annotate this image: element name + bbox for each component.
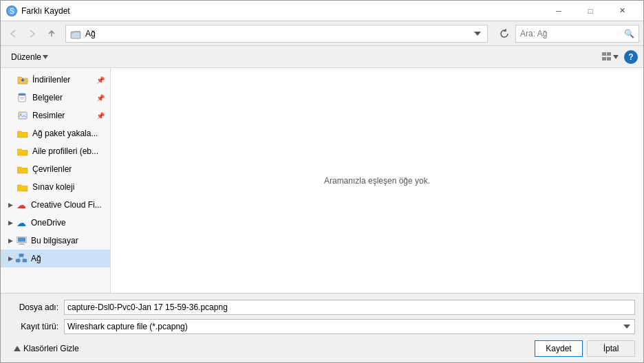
svg-rect-4	[607, 52, 611, 56]
cancel-button[interactable]: İptal	[587, 340, 635, 357]
sidebar-item-label: Belgeler	[32, 93, 95, 102]
svg-rect-16	[19, 244, 25, 245]
sidebar-item-aile-profilleri[interactable]: Aile profilleri (eb...	[1, 142, 110, 160]
onedrive-icon: ☁	[16, 217, 27, 228]
svg-rect-17	[19, 254, 23, 256]
svg-line-20	[18, 256, 21, 259]
sidebar-item-resimler[interactable]: Resimler 📌	[1, 107, 110, 124]
bottom-section: Dosya adı: Kayıt türü: Wireshark capture…	[1, 293, 643, 362]
sidebar-item-label: İndirilenler	[32, 75, 95, 85]
pin-icon: 📌	[96, 76, 105, 84]
sidebar-item-label: Aile profilleri (eb...	[32, 146, 105, 156]
title-bar-icon: S	[6, 6, 17, 16]
sidebar-item-label: Sınav koleji	[32, 182, 105, 192]
pin-icon: 📌	[96, 112, 105, 120]
navigation-toolbar: Ağ 🔍	[1, 21, 643, 46]
save-as-dialog: S Farklı Kaydet ─ □ ✕ Ağ	[0, 0, 644, 363]
action-toolbar: Düzenle ?	[1, 46, 643, 68]
svg-rect-2	[71, 32, 80, 38]
address-bar-path: Ağ	[83, 29, 471, 38]
organize-button[interactable]: Düzenle	[6, 50, 53, 64]
filename-label: Dosya adı:	[9, 302, 64, 312]
sidebar-item-label: Ağ paket yakala...	[32, 129, 105, 138]
empty-message: Aramanızla eşleşen öğe yok.	[324, 176, 430, 186]
expand-icon: ▶	[6, 236, 14, 245]
save-button[interactable]: Kaydet	[535, 340, 583, 357]
sidebar-item-label: OneDrive	[31, 218, 105, 228]
title-bar-controls: ─ □ ✕	[543, 1, 638, 21]
expand-icon: ▶	[6, 201, 14, 209]
network-icon	[16, 253, 27, 264]
sidebar-item-ag-paket[interactable]: Ağ paket yakala...	[1, 124, 110, 142]
folder-icon	[17, 182, 28, 192]
documents-icon	[17, 92, 28, 103]
title-bar-title: Farklı Kaydet	[21, 6, 543, 16]
close-button[interactable]: ✕	[606, 1, 638, 21]
folders-toggle-button[interactable]: Klasörleri Gizle	[9, 342, 84, 355]
folder-icon	[17, 128, 28, 139]
help-label: ?	[628, 52, 633, 62]
sidebar-item-bu-bilgisayar[interactable]: ▶ Bu bilgisayar	[1, 232, 110, 250]
content-area: Aramanızla eşleşen öğe yok.	[111, 68, 643, 293]
dialog-buttons: Kaydet İptal	[535, 340, 635, 357]
search-icon: 🔍	[624, 29, 634, 38]
address-bar[interactable]: Ağ	[65, 25, 488, 43]
sidebar: İndirilenler 📌 Belgeler 📌	[1, 68, 111, 293]
back-button[interactable]	[5, 25, 21, 42]
organize-label: Düzenle	[11, 52, 41, 62]
filetype-label: Kayıt türü:	[9, 322, 64, 331]
up-button[interactable]	[43, 25, 60, 42]
folder-icon	[17, 146, 28, 157]
title-bar: S Farklı Kaydet ─ □ ✕	[1, 1, 643, 21]
sidebar-item-label: Resimler	[32, 111, 95, 120]
svg-rect-6	[607, 57, 611, 60]
refresh-button[interactable]	[496, 25, 513, 42]
sidebar-item-belgeler[interactable]: Belgeler 📌	[1, 89, 110, 107]
pin-icon: 📌	[96, 94, 105, 102]
sidebar-item-label: Bu bilgisayar	[31, 236, 105, 245]
main-area: İndirilenler 📌 Belgeler 📌	[1, 68, 643, 293]
svg-rect-3	[602, 52, 606, 56]
sidebar-item-label: Çevrilenler	[32, 164, 105, 174]
sidebar-item-onedrive[interactable]: ▶ ☁ OneDrive	[1, 214, 110, 232]
filename-row: Dosya adı:	[9, 299, 635, 316]
svg-text:S: S	[10, 8, 14, 15]
creative-cloud-icon: ☁	[16, 199, 27, 210]
expand-icon: ▶	[6, 219, 14, 227]
sidebar-item-sinav-koleji[interactable]: Sınav koleji	[1, 178, 110, 196]
expand-icon: ▶	[6, 254, 14, 263]
address-dropdown-button[interactable]	[471, 25, 484, 42]
svg-rect-14	[18, 237, 25, 241]
filetype-row: Kayıt türü: Wireshark capture file (*.pc…	[9, 318, 635, 335]
forward-button[interactable]	[24, 25, 41, 42]
view-options-button[interactable]	[601, 48, 620, 66]
sidebar-item-cevrilenler[interactable]: Çevrilenler	[1, 160, 110, 178]
maximize-button[interactable]: □	[575, 1, 606, 21]
download-folder-icon	[17, 74, 28, 85]
svg-rect-8	[19, 94, 25, 96]
sidebar-item-ag[interactable]: ▶ Ağ	[1, 250, 110, 267]
computer-icon	[16, 235, 27, 246]
folder-icon	[17, 164, 28, 175]
search-input[interactable]	[520, 29, 624, 38]
svg-line-21	[21, 256, 25, 259]
sidebar-item-label: Ağ	[31, 254, 105, 263]
help-button[interactable]: ?	[624, 50, 638, 64]
search-box[interactable]: 🔍	[515, 25, 639, 43]
address-bar-icon	[69, 27, 83, 41]
action-toolbar-right: ?	[601, 48, 638, 66]
folders-toggle-label: Klasörleri Gizle	[23, 344, 79, 353]
svg-rect-15	[20, 243, 23, 244]
minimize-button[interactable]: ─	[543, 1, 575, 21]
sidebar-item-label: Creative Cloud Fi...	[31, 200, 105, 210]
sidebar-item-creative-cloud[interactable]: ▶ ☁ Creative Cloud Fi...	[1, 196, 110, 214]
button-row: Klasörleri Gizle Kaydet İptal	[9, 340, 635, 357]
filename-input[interactable]	[64, 300, 635, 315]
pictures-icon	[17, 110, 28, 121]
sidebar-item-indirilenler[interactable]: İndirilenler 📌	[1, 71, 110, 89]
filetype-select[interactable]: Wireshark capture file (*.pcapng)	[64, 319, 635, 334]
svg-rect-5	[602, 57, 606, 60]
svg-rect-18	[16, 259, 20, 262]
svg-rect-19	[23, 259, 27, 262]
